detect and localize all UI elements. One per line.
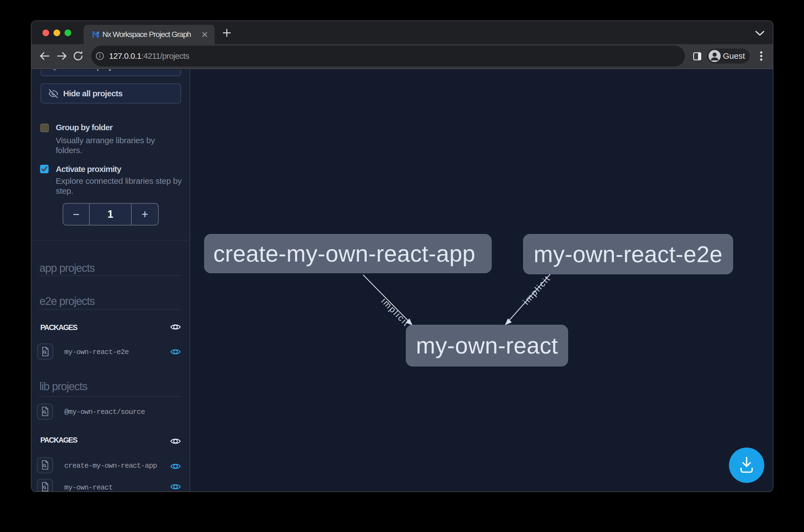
svg-text:implicit: implicit	[521, 274, 552, 307]
svg-text:implicit: implicit	[379, 296, 411, 327]
